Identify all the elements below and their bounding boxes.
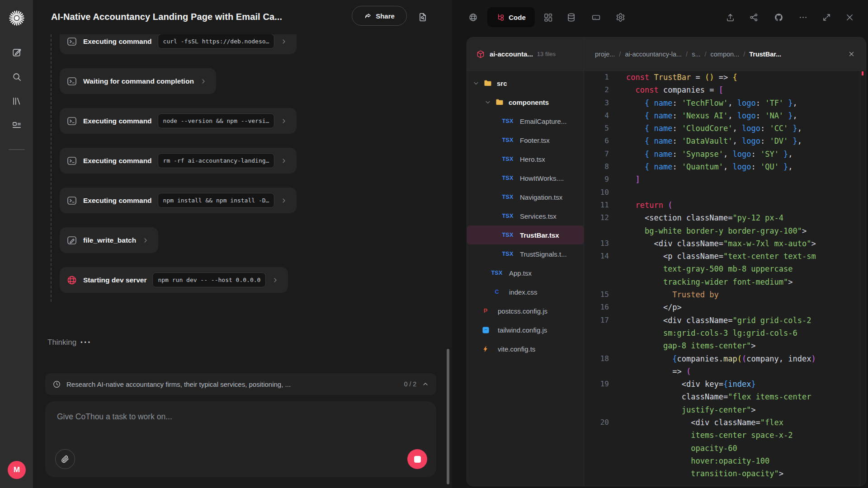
breadcrumb-item[interactable]: TrustBar... bbox=[749, 51, 781, 58]
expand-task-list-button[interactable] bbox=[422, 380, 429, 388]
task-card[interactable]: Executing commandnode --version && npm -… bbox=[60, 108, 297, 134]
file-name: Hero.tsx bbox=[520, 155, 545, 163]
tree-file-services-tsx[interactable]: TSXServices.tsx bbox=[467, 206, 584, 225]
code-line: transition-opacity"> bbox=[584, 467, 866, 480]
settings-button[interactable] bbox=[611, 8, 629, 26]
file-type-badge: TSX bbox=[502, 156, 514, 162]
code-lines: 1const TrustBar = () => {2 const compani… bbox=[584, 71, 866, 480]
task-input[interactable]: Give CoThou a task to work on... bbox=[45, 401, 436, 477]
close-file-button[interactable] bbox=[844, 47, 859, 61]
line-number bbox=[584, 404, 609, 416]
tree-file-navigation-tsx[interactable]: TSXNavigation.tsx bbox=[467, 188, 584, 206]
browser-tab-button[interactable] bbox=[464, 8, 482, 26]
code-line: text-gray-500 mb-8 uppercase bbox=[584, 263, 866, 275]
collapsed-task-bar[interactable]: Research AI-native accountancy firms, th… bbox=[45, 373, 436, 395]
file-name: Services.tsx bbox=[520, 212, 557, 220]
new-task-button[interactable] bbox=[8, 43, 26, 61]
project-header[interactable]: ai-accounta... 13 files bbox=[467, 38, 584, 70]
task-card[interactable]: file_write_batch bbox=[60, 227, 158, 253]
stop-square-icon bbox=[414, 456, 421, 463]
task-card[interactable]: Waiting for command completion bbox=[60, 68, 216, 94]
close-panel-button[interactable] bbox=[840, 8, 859, 26]
tree-folder-components[interactable]: components bbox=[467, 93, 584, 112]
folder-icon bbox=[483, 79, 492, 88]
share-button[interactable]: Share bbox=[352, 6, 407, 26]
github-button[interactable] bbox=[769, 8, 788, 26]
tree-file-trustbar-tsx[interactable]: TSXTrustBar.tsx bbox=[467, 225, 584, 244]
tree-file-vite-config-ts[interactable]: vite.config.ts bbox=[467, 339, 584, 358]
task-label: Executing command bbox=[83, 117, 152, 125]
file-name: TrustBar.tsx bbox=[520, 231, 559, 239]
code-line: 14 <p className="text-center text-sm bbox=[584, 250, 866, 263]
chevron-right-icon[interactable] bbox=[280, 157, 288, 164]
task-card[interactable]: Executing commandnpm install && npm inst… bbox=[60, 188, 297, 213]
chevron-right-icon[interactable] bbox=[200, 78, 207, 85]
chevron-right-icon[interactable] bbox=[142, 237, 149, 244]
terminal-icon bbox=[66, 36, 77, 47]
code-tab[interactable]: Code bbox=[487, 7, 535, 27]
breadcrumb-item[interactable]: ai-accountancy-la... bbox=[625, 51, 682, 58]
tree-file-howitworks[interactable]: TSXHowItWorks.... bbox=[467, 169, 584, 188]
more-options-button[interactable] bbox=[794, 8, 812, 26]
user-avatar[interactable]: M bbox=[8, 461, 26, 479]
task-label: Executing command bbox=[83, 157, 152, 165]
tree-file-hero-tsx[interactable]: TSXHero.tsx bbox=[467, 150, 584, 169]
tailwind-icon bbox=[482, 326, 490, 334]
chat-panel: Executing commandcurl -fsSL https://deb.… bbox=[33, 0, 452, 488]
code-line: 15 Trusted by bbox=[584, 288, 866, 301]
line-number: 5 bbox=[584, 122, 609, 135]
close-icon bbox=[845, 13, 854, 22]
chevron-right-icon[interactable] bbox=[280, 38, 288, 45]
apps-tab-button[interactable] bbox=[539, 8, 557, 26]
storage-tab-button[interactable] bbox=[587, 8, 605, 26]
database-icon bbox=[566, 13, 576, 22]
chevron-right-icon[interactable] bbox=[272, 277, 279, 284]
upload-icon bbox=[726, 13, 735, 22]
task-card[interactable]: Starting dev servernpm run dev -- --host… bbox=[60, 267, 288, 293]
stop-button[interactable] bbox=[407, 449, 427, 469]
app-root: M Executing commandcurl -fsSL https://de… bbox=[0, 0, 868, 488]
file-type-badge: TSX bbox=[502, 137, 514, 143]
chat-scrollbar[interactable] bbox=[447, 349, 449, 484]
expand-panel-button[interactable] bbox=[817, 8, 835, 26]
file-type-badge: TSX bbox=[502, 232, 514, 238]
breadcrumb-item[interactable]: proje... bbox=[595, 51, 615, 58]
tree-file-emailcapture[interactable]: TSXEmailCapture... bbox=[467, 112, 584, 131]
attach-button[interactable] bbox=[55, 449, 75, 469]
tree-file-tailwind-config-js[interactable]: tailwind.config.js bbox=[467, 320, 584, 339]
ellipsis-icon bbox=[798, 13, 808, 22]
tree-file-footer-tsx[interactable]: TSXFooter.tsx bbox=[467, 131, 584, 150]
file-type-badge: TSX bbox=[502, 118, 514, 124]
database-tab-button[interactable] bbox=[562, 8, 580, 26]
share-nodes-icon bbox=[749, 13, 759, 22]
editor-scrollbar-track[interactable] bbox=[860, 71, 860, 486]
line-number: 11 bbox=[584, 199, 609, 211]
file-name: vite.config.ts bbox=[498, 345, 535, 353]
tree-file-index-css[interactable]: Cindex.css bbox=[467, 282, 584, 301]
search-button[interactable] bbox=[8, 68, 26, 86]
task-card[interactable]: Executing commandcurl -fsSL https://deb.… bbox=[60, 34, 297, 54]
breadcrumb-separator: / bbox=[704, 51, 706, 58]
breadcrumb-item[interactable]: compon... bbox=[711, 51, 740, 58]
task-card[interactable]: Executing commandrm -rf ai-accountancy-l… bbox=[60, 148, 297, 174]
code-line: 4 { name: 'Nexus AI', logo: 'NA' }, bbox=[584, 109, 866, 122]
share-panel-button[interactable] bbox=[745, 8, 763, 26]
tree-folder-src[interactable]: src bbox=[467, 74, 584, 93]
code-line: 2 const companies = [ bbox=[584, 84, 866, 96]
file-type-badge: TSX bbox=[502, 251, 514, 257]
code-editor[interactable]: 1const TrustBar = () => {2 const compani… bbox=[584, 71, 866, 486]
chevron-right-icon[interactable] bbox=[280, 197, 288, 204]
task-label: Starting dev server bbox=[83, 276, 146, 284]
file-search-button[interactable] bbox=[413, 8, 433, 27]
breadcrumb-item[interactable]: s... bbox=[692, 51, 700, 58]
tree-file-app-tsx[interactable]: TSXApp.tsx bbox=[467, 263, 584, 282]
code-line: items-center space-x-2 bbox=[584, 429, 866, 441]
library-button[interactable] bbox=[8, 92, 26, 110]
tree-file-postcss-config-js[interactable]: Ppostcss.config.js bbox=[467, 301, 584, 320]
chevron-right-icon[interactable] bbox=[280, 117, 288, 125]
vite-icon bbox=[482, 345, 490, 353]
upload-button[interactable] bbox=[721, 8, 739, 26]
tree-file-trustsignals-t[interactable]: TSXTrustSignals.t... bbox=[467, 244, 584, 263]
thinking-status: Thinking ••• bbox=[47, 338, 92, 347]
task-list-button[interactable] bbox=[8, 117, 26, 135]
